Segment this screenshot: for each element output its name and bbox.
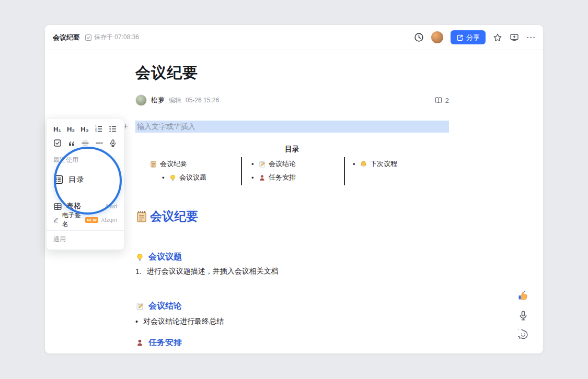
menu-item-shortcut: /kwd bbox=[105, 203, 117, 209]
toc-link-conclusion[interactable]: • 会议结论 bbox=[251, 157, 344, 171]
save-status-text: 保存于 07:08:36 bbox=[94, 33, 139, 42]
bullet: • bbox=[353, 160, 360, 168]
topbar: 会议纪要 保存于 07:08:36 bbox=[45, 25, 543, 50]
menu-item-shortcut: /dzqm bbox=[101, 217, 117, 223]
toc-link-label: 会议纪要 bbox=[160, 159, 187, 169]
bullet: • bbox=[162, 174, 169, 182]
toc-block: 会议纪要 • 会议议题 • bbox=[135, 157, 449, 185]
toc-link-label: 会议议题 bbox=[179, 173, 206, 182]
insert-menu-panel: H₁ H₂ H₃ 1 2 3 bbox=[46, 118, 124, 250]
topbar-left: 会议纪要 保存于 07:08:36 bbox=[53, 33, 139, 42]
section-heading-topic[interactable]: 会议议题 bbox=[135, 252, 182, 263]
toc-link-label: 会议结论 bbox=[269, 159, 296, 169]
desktop-background: 会议纪要 保存于 07:08:36 bbox=[0, 0, 588, 379]
section-heading-label: 会议议题 bbox=[148, 252, 182, 263]
book-icon bbox=[434, 96, 443, 104]
heading1-button[interactable]: H₁ bbox=[53, 125, 61, 133]
pen-icon bbox=[53, 216, 59, 223]
toc-block-icon bbox=[53, 174, 64, 185]
menu-divider bbox=[47, 230, 124, 231]
comment-button[interactable] bbox=[516, 328, 530, 341]
toc-column-1: 会议纪要 • 会议议题 bbox=[135, 157, 241, 185]
toc-heading[interactable]: 目录 bbox=[135, 145, 449, 154]
author-avatar[interactable] bbox=[135, 94, 147, 106]
menu-item-label: 电子签名 bbox=[62, 211, 82, 229]
bullet-list-icon[interactable] bbox=[109, 125, 117, 133]
user-avatar[interactable] bbox=[431, 31, 443, 43]
ordered-list-icon[interactable]: 1 2 3 bbox=[95, 125, 103, 133]
share-button[interactable]: 分享 bbox=[451, 30, 486, 44]
section-heading-conclusion[interactable]: 会议结论 bbox=[135, 301, 182, 312]
list-number: 1. bbox=[135, 267, 142, 276]
toc-link-main[interactable]: 会议纪要 bbox=[149, 157, 241, 171]
menu-item-toc[interactable]: 目录 bbox=[47, 171, 124, 188]
saved-check-icon bbox=[85, 34, 92, 41]
notepad-icon bbox=[149, 160, 157, 168]
doc-meta-row: 松萝 编辑 05-26 15:26 2 bbox=[135, 94, 449, 106]
add-block-icon[interactable]: + bbox=[123, 121, 135, 132]
star-icon[interactable] bbox=[493, 33, 502, 42]
comment-smile-icon bbox=[518, 329, 528, 340]
paragraph-conclusion[interactable]: • 对会议结论进行最终总结 bbox=[135, 317, 224, 326]
history-icon[interactable] bbox=[414, 32, 424, 42]
general-section-label: 通用 bbox=[47, 235, 124, 243]
microphone-icon bbox=[518, 310, 528, 321]
person-icon bbox=[258, 174, 266, 182]
menu-item-table[interactable]: 表格 /kwd bbox=[47, 200, 124, 212]
new-badge: NEW bbox=[85, 217, 98, 223]
floating-actions bbox=[516, 289, 530, 341]
toc-link-tasks[interactable]: • 任务安排 bbox=[251, 171, 344, 184]
thumbs-up-icon bbox=[517, 290, 529, 302]
bell-icon bbox=[360, 160, 367, 168]
heading-toolbar-row: H₁ H₂ H₃ 1 2 3 bbox=[47, 119, 124, 135]
checkbox-icon[interactable] bbox=[53, 139, 62, 147]
voice-button[interactable] bbox=[516, 309, 530, 322]
heading3-button[interactable]: H₃ bbox=[80, 125, 88, 133]
menu-item-label: 目录 bbox=[68, 175, 84, 185]
bullet: • bbox=[251, 160, 258, 168]
empty-block-row: + 输入文字或"/"插入 bbox=[123, 121, 449, 133]
section-heading-tasks[interactable]: 任务安排 bbox=[135, 339, 182, 346]
dashed-line-icon[interactable] bbox=[95, 139, 103, 147]
lightbulb-icon bbox=[135, 253, 144, 262]
microphone-icon[interactable] bbox=[109, 139, 117, 147]
section-heading-label: 会议结论 bbox=[148, 301, 182, 312]
section-heading-main[interactable]: 会议纪要 bbox=[135, 208, 198, 224]
toc-link-topic[interactable]: • 会议议题 bbox=[149, 171, 241, 184]
save-status: 保存于 07:08:36 bbox=[85, 33, 139, 42]
toc-column-3: • 下次议程 bbox=[345, 157, 449, 185]
bullet: • bbox=[251, 174, 258, 182]
paragraph-text: 对会议结论进行最终总结 bbox=[143, 317, 224, 326]
heading2-button[interactable]: H₂ bbox=[67, 125, 75, 133]
section-heading-label: 会议纪要 bbox=[150, 208, 198, 224]
doc-title[interactable]: 会议纪要 bbox=[135, 63, 198, 84]
notepad-icon bbox=[135, 210, 148, 223]
toc-column-2: • 会议结论 • 任务安排 bbox=[242, 157, 344, 185]
author-name[interactable]: 松萝 bbox=[151, 96, 165, 105]
window-doc-title: 会议纪要 bbox=[53, 33, 80, 42]
block-toolbar-row bbox=[47, 138, 124, 148]
memo-icon bbox=[258, 160, 266, 168]
praise-button[interactable] bbox=[516, 289, 530, 303]
text-input-block[interactable]: 输入文字或"/"插入 bbox=[135, 121, 449, 133]
svg-text:3: 3 bbox=[95, 129, 97, 133]
toc-link-label: 下次议程 bbox=[370, 159, 397, 169]
paragraph-topic[interactable]: 1. 进行会议议题描述，并插入会议相关文档 bbox=[135, 267, 279, 276]
menu-item-signature[interactable]: 电子签名 NEW /dzqm bbox=[47, 214, 124, 226]
share-icon bbox=[456, 34, 464, 41]
meta-action: 编辑 bbox=[169, 96, 181, 105]
toc-link-next[interactable]: • 下次议程 bbox=[353, 157, 449, 171]
menu-item-label: 表格 bbox=[66, 202, 81, 211]
memo-icon bbox=[135, 302, 144, 311]
section-heading-label: 任务安排 bbox=[148, 339, 182, 346]
read-count[interactable]: 2 bbox=[434, 96, 449, 104]
divider-icon[interactable] bbox=[81, 139, 89, 147]
more-icon[interactable]: ⋯ bbox=[526, 33, 535, 42]
meta-time: 05-26 15:26 bbox=[186, 97, 219, 104]
paragraph-text: 进行会议议题描述，并插入会议相关文档 bbox=[147, 267, 279, 276]
share-button-label: 分享 bbox=[466, 33, 480, 42]
present-screen-icon[interactable] bbox=[510, 33, 519, 42]
recent-section-label: 最近使用 bbox=[47, 156, 124, 164]
toc-link-label: 任务安排 bbox=[269, 173, 296, 182]
quote-icon[interactable] bbox=[67, 139, 76, 147]
